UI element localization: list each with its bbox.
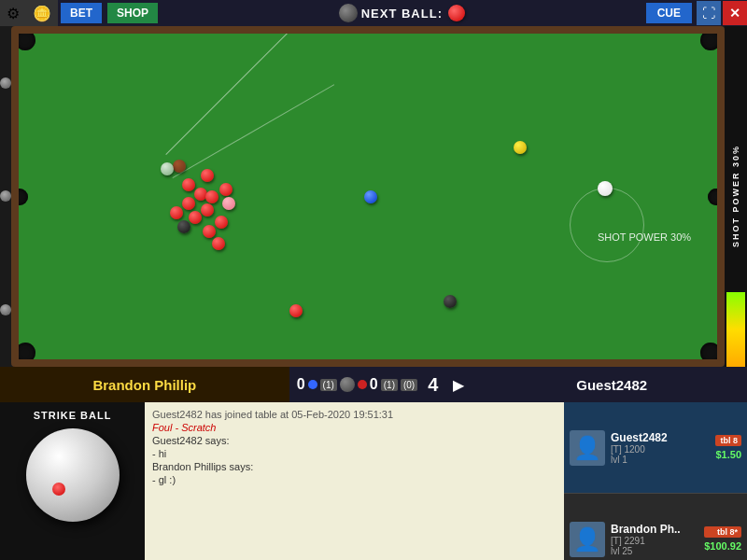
top-bar: ⚙ 🪙 BET SHOP NEXT BALL: CUE ⛶ ✕ [0,0,747,26]
player1-level: lvl 1 [611,455,715,465]
ball-red-1 [182,178,195,191]
strike-ball-label: STRIKE BALL [34,410,112,421]
shot-power-label: SHOT POWER 30% [725,26,747,367]
player-entry-1: 👤 Guest2482 [T] 1200 lvl 1 tbl 8 $1.50 [564,402,747,494]
player1-tbl-badge: tbl 8 [715,435,741,446]
strike-ball-visual [26,428,120,522]
score2-badge: (1) [381,379,398,391]
frame-count: 4 [420,374,445,396]
pocket-bottom-left [19,343,35,359]
pocket-mid-right [708,189,717,205]
players-sidebar: 👤 Guest2482 [T] 1200 lvl 1 tbl 8 $1.50 👤 [564,402,747,560]
pocket-top-left [19,34,35,50]
next-ball-indicator [448,5,465,21]
player2-money: $100.92 [704,540,741,552]
score1-value: 0 [297,376,305,393]
player1-info: Guest2482 [T] 1200 lvl 1 [611,431,715,465]
player1-name: Brandon Phillip [0,367,289,402]
player2-stats: tbl 8* $100.92 [704,526,741,552]
score-dot-red [358,380,367,389]
player2-tbl-badge: tbl 8* [704,526,741,538]
ball-red-9 [219,183,233,196]
table-felt: SHOT POWER 30% [19,34,717,359]
power-bar-section: SHOT POWER 30% [725,26,747,367]
player2-name: Guest2482 [476,367,747,402]
power-arc [570,188,644,262]
chat-msg-4: - hi [152,448,557,459]
next-ball-area: NEXT BALL: [161,4,643,22]
ball-black-2 [444,295,457,308]
close-button[interactable]: ✕ [723,1,747,25]
player1-money: $1.50 [715,449,741,460]
ball-yellow [514,141,527,154]
cue-button[interactable]: CUE [646,3,692,23]
score2-value: 0 [370,376,378,393]
player2-avatar: 👤 [570,522,605,557]
pocket-bottom-right [700,343,717,359]
ball-red-11 [170,206,183,219]
ball-brown [173,160,186,173]
ball-red-3 [182,197,195,210]
ball-icon-top [339,4,358,22]
shop-button[interactable]: SHOP [107,3,158,23]
ball-red-4 [205,190,218,203]
player2-avatar-icon: 👤 [573,526,601,553]
player1-sidebar-name: Guest2482 [611,431,715,444]
ball-red-6 [189,211,202,224]
ball-ghost [161,162,174,175]
chat-msg-3: Guest2482 says: [152,435,557,446]
scores-middle: 0 (1) 0 (1) (0) 4 ▶ [289,367,477,402]
pocket-mid-left [19,189,28,205]
ball-pink [222,197,235,210]
power-label: SHOT POWER 30% [598,231,691,243]
ball-black [177,220,190,233]
shot-guide-line2 [173,84,335,178]
expand-button[interactable]: ⛶ [697,1,721,25]
player-entry-2: 👤 Brandon Ph.. [T] 2291 lvl 25 tbl 8* $1… [564,494,747,560]
coins-icon: 🪙 [26,0,58,26]
pool-table[interactable]: SHOT POWER 30% [11,26,725,367]
cue-knob-bot [0,304,11,315]
score-dot-blue [308,380,317,389]
play-button[interactable]: ▶ [448,376,469,394]
player2-sidebar-name: Brandon Ph.. [611,523,704,536]
chat-area: Guest2482 has joined table at 05-Feb-202… [145,402,564,560]
ball-blue [364,190,377,203]
pocket-top-right [700,34,717,50]
left-cue-holder [0,26,11,367]
ball-red-13 [289,304,303,317]
player1-avatar: 👤 [570,430,605,466]
score1-badge: (1) [320,379,337,391]
strike-ball-area: STRIKE BALL [0,402,145,560]
chat-msg-1: Guest2482 has joined table at 05-Feb-202… [152,409,557,420]
settings-icon[interactable]: ⚙ [0,0,26,26]
score2-paren: (0) [401,379,417,391]
ball-red-7 [215,216,228,229]
ball-red-10 [212,237,225,250]
chat-msg-2: Foul - Scratch [152,422,557,433]
player2-info: Brandon Ph.. [T] 2291 lvl 25 [611,523,704,556]
player1-avatar-icon: 👤 [573,435,601,461]
chat-msg-5: Brandon Phillips says: [152,461,557,472]
cue-knob-mid [0,190,11,202]
score-bar: Brandon Phillip 0 (1) 0 (1) (0) 4 ▶ Gues… [0,367,747,402]
ball-red-8 [203,225,216,238]
strike-ball-dot [52,483,65,496]
cue-ball [598,181,613,196]
ball-red-5 [201,203,214,217]
next-ball-label: NEXT BALL: [361,7,443,21]
chat-msg-6: - gl :) [152,474,557,485]
cue-knob-top [0,77,11,89]
cue-ball-small [340,377,355,392]
player2-level: lvl 25 [611,546,704,556]
player1-stats: tbl 8 $1.50 [715,435,741,460]
chat-messages: Guest2482 has joined table at 05-Feb-202… [152,407,557,556]
game-frame: ⚙ 🪙 BET SHOP NEXT BALL: CUE ⛶ ✕ [0,0,747,560]
player2-iti: [T] 2291 [611,536,704,546]
player1-iti: [T] 1200 [611,444,715,455]
bet-button[interactable]: BET [61,3,102,23]
bottom-section: STRIKE BALL Guest2482 has joined table a… [0,402,747,560]
ball-red-12 [201,169,214,182]
main-area: SHOT POWER 30% [0,26,747,367]
